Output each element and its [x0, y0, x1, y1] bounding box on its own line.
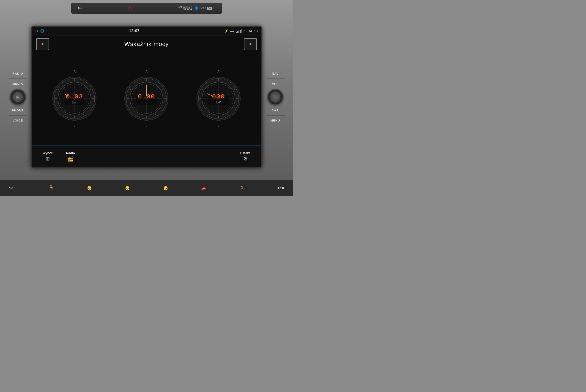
gauge-fuel-wrapper: ∧ [123, 69, 169, 128]
gauge-fuel-down-chevron[interactable]: ∨ [145, 123, 148, 128]
child-lock-rear-left-icon: 👶 [125, 186, 130, 190]
location-icon: ⊙ [35, 29, 38, 33]
wybor-label: Wybór [43, 151, 53, 155]
back-arrow-button[interactable]: < [36, 38, 49, 50]
bottom-control-panel: 17.0 🪑 👶 👶 👶 🚗 🪑 17.0 [0, 180, 293, 196]
top-panel: P⊿ ⚠ PASSENGERAIR BAG 👤 OFF ON ✓ [71, 3, 222, 14]
gauge-fuel-unit: g [138, 101, 155, 104]
clock-display: 12:07 [129, 29, 140, 33]
bottom-radio-button[interactable]: Radio 📻 [59, 146, 82, 167]
right-temp-control[interactable]: 17.0 [278, 186, 284, 190]
check-icon: ✓ [213, 7, 215, 10]
gauge-fuel: 0.00 g [123, 76, 169, 122]
sidebar-item-voice[interactable]: VOICE [8, 118, 28, 123]
gauge-power-unit: kW [212, 101, 225, 104]
gauges-area: ∧ [32, 52, 261, 146]
airbag-toggle[interactable]: OFF ON ✓ [201, 7, 215, 10]
bottom-navigation-bar: Wybór ⊞ Radio 📻 Ustaw. ⚙ [32, 146, 261, 167]
gauge-pressure-value: 0.03 [66, 93, 83, 100]
gauge-fuel-up-chevron[interactable]: ∧ [145, 69, 148, 74]
left-sidebar: RADIO MEDIA ▶ PHONE VOICE [5, 71, 31, 123]
network-icon: ↑↓ [244, 29, 247, 32]
hazard-button[interactable]: ⚠ [128, 5, 133, 12]
forward-arrow-button[interactable]: > [244, 38, 257, 50]
gauge-pressure: 0.03 bar [52, 76, 97, 122]
settings-label: Ustaw. [240, 151, 251, 155]
child-lock-rear-left-button[interactable]: 👶 [125, 186, 130, 190]
gauge-pressure-down-chevron[interactable]: ∨ [73, 123, 76, 128]
gauge-power-value: 000 [212, 93, 225, 100]
bluetooth-icon: ⚡ [224, 29, 228, 33]
seat-heat-passenger-button[interactable]: 🪑 [239, 186, 244, 190]
navigation-row: < Wskaźnik mocy > [32, 36, 261, 52]
sidebar-item-phone[interactable]: PHONE [8, 108, 28, 113]
left-temp-value: 17.0 [9, 186, 15, 190]
airbag-label: PASSENGERAIR BAG [178, 6, 192, 11]
radio-icon: 📻 [67, 156, 74, 162]
right-divider-2 [266, 115, 284, 116]
sidebar-item-car[interactable]: CAR [265, 108, 286, 113]
right-knob-inner [270, 92, 280, 102]
status-bar: ⊙ 🌐 12:07 ⚡ ▬ ↑↓ [32, 27, 261, 36]
sidebar-item-app[interactable]: APP [265, 81, 286, 86]
divider-2 [9, 115, 27, 116]
settings-gear-icon: ⚙ [243, 156, 248, 162]
gauge-power-value-container: 000 kW [212, 93, 225, 104]
gauge-fuel-value-container: 0.00 g [138, 93, 155, 104]
child-lock-front-button[interactable]: 👶 [87, 186, 92, 190]
right-knob[interactable] [267, 89, 283, 105]
seat-heat-driver-icon: 🪑 [49, 185, 54, 190]
sidebar-item-radio[interactable]: RADIO [8, 71, 28, 76]
infotainment-screen[interactable]: ⊙ 🌐 12:07 ⚡ ▬ ↑↓ [31, 26, 262, 168]
trunk-icon: 🚗 [201, 186, 206, 190]
dashboard: P⊿ ⚠ PASSENGERAIR BAG 👤 OFF ON ✓ RADIO M… [0, 0, 293, 196]
gauge-pressure-wrapper: ∧ [52, 69, 97, 128]
screen-content: < Wskaźnik mocy > ∧ [32, 36, 261, 167]
parking-sensor-area: P⊿ [78, 7, 83, 10]
right-divider-1 [266, 78, 284, 79]
battery-icon: ▬ [230, 29, 234, 33]
knob-inner: ▶ [13, 92, 23, 102]
child-lock-rear-right-icon: 👶 [163, 186, 168, 190]
bottom-wybor-button[interactable]: Wybór ⊞ [36, 146, 59, 167]
sidebar-item-nav[interactable]: NAV [265, 71, 286, 76]
seat-heat-passenger-icon: 🪑 [239, 186, 244, 190]
parking-icon: P⊿ [78, 7, 83, 10]
wybor-icon: ⊞ [46, 156, 50, 162]
gauge-power-up-chevron[interactable]: ∧ [217, 69, 220, 74]
media-knob[interactable]: ▶ [10, 89, 26, 105]
divider-1 [9, 78, 27, 79]
right-sidebar: NAV APP CAR MENU [262, 71, 288, 123]
screen-title: Wskaźnik mocy [124, 40, 169, 48]
child-lock-rear-right-button[interactable]: 👶 [163, 186, 168, 190]
gauge-power: 000 kW [196, 76, 241, 122]
settings-button[interactable]: Ustaw. ⚙ [234, 146, 257, 167]
hazard-triangle-icon: ⚠ [128, 5, 133, 11]
gauge-pressure-up-chevron[interactable]: ∧ [73, 69, 76, 74]
passenger-icon: 👤 [194, 6, 199, 10]
signal-strength-icon [236, 29, 242, 33]
play-icon: ▶ [17, 95, 19, 99]
airbag-off-button[interactable]: OFF [201, 7, 206, 10]
airbag-controls: PASSENGERAIR BAG 👤 OFF ON ✓ [178, 6, 215, 11]
main-area: RADIO MEDIA ▶ PHONE VOICE ⊙ 🌐 12:07 [0, 16, 293, 178]
gauge-pressure-value-container: 0.03 bar [66, 93, 83, 104]
status-right-icons: ⚡ ▬ ↑↓ 14.5°C [224, 29, 258, 33]
gauge-power-wrapper: ∧ [196, 69, 241, 128]
airbag-on-button[interactable]: ON [207, 7, 212, 10]
seat-heat-driver-button[interactable]: 🪑 [49, 185, 54, 191]
seat-indicator [51, 190, 52, 191]
gauge-power-down-chevron[interactable]: ∨ [217, 123, 220, 128]
left-temp-control[interactable]: 17.0 [9, 186, 15, 190]
status-left-icons: ⊙ 🌐 [35, 29, 44, 33]
gauge-fuel-value: 0.00 [138, 93, 155, 100]
temperature-display: 14.5°C [248, 29, 258, 33]
sidebar-item-menu[interactable]: MENU [265, 118, 286, 123]
right-temp-value: 17.0 [278, 186, 284, 190]
trunk-button[interactable]: 🚗 [201, 186, 206, 190]
sidebar-item-media[interactable]: MEDIA [8, 81, 28, 86]
gauge-pressure-unit: bar [66, 101, 83, 104]
globe-icon: 🌐 [40, 29, 44, 33]
child-lock-front-icon: 👶 [87, 186, 92, 190]
radio-label: Radio [66, 151, 75, 155]
